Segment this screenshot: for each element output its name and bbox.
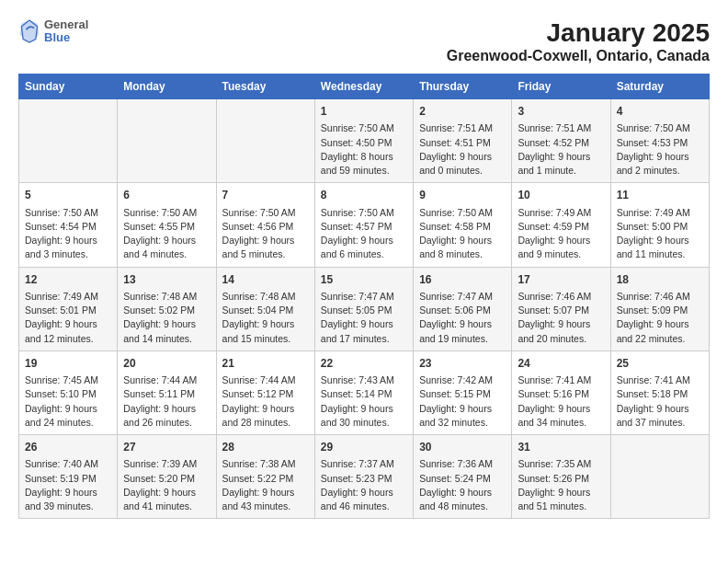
weekday-header-friday: Friday [512, 75, 610, 99]
day-number: 26 [25, 440, 111, 455]
calendar-cell: 13Sunrise: 7:48 AM Sunset: 5:02 PM Dayli… [118, 267, 216, 350]
day-number: 28 [222, 440, 309, 455]
day-number: 10 [518, 188, 604, 203]
day-number: 3 [518, 104, 604, 120]
calendar-cell: 23Sunrise: 7:42 AM Sunset: 5:15 PM Dayli… [414, 350, 512, 434]
day-number: 11 [617, 188, 703, 203]
calendar-cell: 21Sunrise: 7:44 AM Sunset: 5:12 PM Dayli… [216, 350, 314, 434]
day-number: 29 [321, 440, 407, 455]
day-number: 22 [321, 356, 407, 372]
calendar-week-row: 19Sunrise: 7:45 AM Sunset: 5:10 PM Dayli… [19, 350, 710, 434]
calendar-cell: 30Sunrise: 7:36 AM Sunset: 5:24 PM Dayli… [414, 435, 512, 519]
day-info: Sunrise: 7:50 AM Sunset: 4:53 PM Dayligh… [617, 121, 703, 178]
calendar-cell: 26Sunrise: 7:40 AM Sunset: 5:19 PM Dayli… [19, 435, 118, 519]
calendar-cell: 18Sunrise: 7:46 AM Sunset: 5:09 PM Dayli… [610, 267, 709, 350]
calendar-cell: 12Sunrise: 7:49 AM Sunset: 5:01 PM Dayli… [19, 267, 118, 350]
calendar-cell: 3Sunrise: 7:51 AM Sunset: 4:52 PM Daylig… [512, 99, 610, 183]
calendar-cell: 7Sunrise: 7:50 AM Sunset: 4:56 PM Daylig… [216, 183, 314, 267]
day-info: Sunrise: 7:41 AM Sunset: 5:16 PM Dayligh… [518, 373, 604, 430]
calendar-cell: 29Sunrise: 7:37 AM Sunset: 5:23 PM Dayli… [314, 435, 413, 519]
calendar-cell: 31Sunrise: 7:35 AM Sunset: 5:26 PM Dayli… [512, 435, 610, 519]
calendar-cell: 15Sunrise: 7:47 AM Sunset: 5:05 PM Dayli… [314, 267, 413, 350]
calendar-cell [216, 99, 314, 183]
calendar-cell: 20Sunrise: 7:44 AM Sunset: 5:11 PM Dayli… [118, 350, 216, 434]
calendar-week-row: 26Sunrise: 7:40 AM Sunset: 5:19 PM Dayli… [19, 435, 710, 519]
day-info: Sunrise: 7:42 AM Sunset: 5:15 PM Dayligh… [419, 373, 506, 430]
day-info: Sunrise: 7:47 AM Sunset: 5:05 PM Dayligh… [321, 290, 407, 346]
day-info: Sunrise: 7:39 AM Sunset: 5:20 PM Dayligh… [123, 457, 210, 513]
day-number: 18 [617, 272, 703, 288]
calendar-cell: 25Sunrise: 7:41 AM Sunset: 5:18 PM Dayli… [610, 350, 709, 434]
day-info: Sunrise: 7:38 AM Sunset: 5:22 PM Dayligh… [222, 457, 309, 513]
day-info: Sunrise: 7:48 AM Sunset: 5:02 PM Dayligh… [123, 290, 210, 346]
day-info: Sunrise: 7:36 AM Sunset: 5:24 PM Dayligh… [419, 457, 506, 513]
day-number: 24 [518, 356, 604, 372]
calendar-cell: 1Sunrise: 7:50 AM Sunset: 4:50 PM Daylig… [314, 99, 413, 183]
calendar-cell: 19Sunrise: 7:45 AM Sunset: 5:10 PM Dayli… [19, 350, 118, 434]
weekday-header-wednesday: Wednesday [314, 75, 413, 99]
calendar-cell: 10Sunrise: 7:49 AM Sunset: 4:59 PM Dayli… [512, 183, 610, 267]
calendar-cell: 8Sunrise: 7:50 AM Sunset: 4:57 PM Daylig… [314, 183, 413, 267]
day-info: Sunrise: 7:46 AM Sunset: 5:07 PM Dayligh… [518, 290, 604, 346]
day-number: 17 [518, 272, 604, 288]
weekday-header-tuesday: Tuesday [216, 75, 314, 99]
day-info: Sunrise: 7:35 AM Sunset: 5:26 PM Dayligh… [518, 457, 604, 513]
day-info: Sunrise: 7:49 AM Sunset: 5:00 PM Dayligh… [617, 206, 703, 262]
day-info: Sunrise: 7:40 AM Sunset: 5:19 PM Dayligh… [25, 457, 111, 513]
calendar-cell: 2Sunrise: 7:51 AM Sunset: 4:51 PM Daylig… [414, 99, 512, 183]
day-info: Sunrise: 7:50 AM Sunset: 4:55 PM Dayligh… [123, 206, 210, 262]
day-info: Sunrise: 7:50 AM Sunset: 4:58 PM Dayligh… [419, 206, 506, 262]
day-number: 30 [419, 440, 506, 455]
calendar-subtitle: Greenwood-Coxwell, Ontario, Canada [447, 48, 710, 64]
day-number: 5 [25, 188, 111, 203]
calendar-title: January 2025 [447, 18, 710, 48]
weekday-header-thursday: Thursday [414, 75, 512, 99]
calendar-cell: 14Sunrise: 7:48 AM Sunset: 5:04 PM Dayli… [216, 267, 314, 350]
calendar-week-row: 12Sunrise: 7:49 AM Sunset: 5:01 PM Dayli… [19, 267, 710, 350]
calendar-cell: 5Sunrise: 7:50 AM Sunset: 4:54 PM Daylig… [19, 183, 118, 267]
day-number: 12 [25, 272, 111, 288]
day-number: 15 [321, 272, 407, 288]
calendar-cell [118, 99, 216, 183]
day-number: 21 [222, 356, 309, 372]
calendar-week-row: 5Sunrise: 7:50 AM Sunset: 4:54 PM Daylig… [19, 183, 710, 267]
calendar-cell: 17Sunrise: 7:46 AM Sunset: 5:07 PM Dayli… [512, 267, 610, 350]
day-info: Sunrise: 7:37 AM Sunset: 5:23 PM Dayligh… [321, 457, 407, 513]
day-number: 31 [518, 440, 604, 455]
day-info: Sunrise: 7:49 AM Sunset: 5:01 PM Dayligh… [25, 290, 111, 346]
day-info: Sunrise: 7:50 AM Sunset: 4:56 PM Dayligh… [222, 206, 309, 262]
day-number: 8 [321, 188, 407, 203]
weekday-header-sunday: Sunday [19, 75, 118, 99]
day-number: 20 [123, 356, 210, 372]
day-number: 7 [222, 188, 309, 203]
weekday-header-row: SundayMondayTuesdayWednesdayThursdayFrid… [19, 75, 710, 99]
day-info: Sunrise: 7:47 AM Sunset: 5:06 PM Dayligh… [419, 290, 506, 346]
weekday-header-monday: Monday [118, 75, 216, 99]
day-number: 19 [25, 356, 111, 372]
calendar-table: SundayMondayTuesdayWednesdayThursdayFrid… [18, 74, 710, 519]
calendar-cell [19, 99, 118, 183]
logo-text: General Blue [44, 18, 88, 45]
day-number: 9 [419, 188, 506, 203]
logo: General Blue [18, 18, 88, 45]
day-info: Sunrise: 7:44 AM Sunset: 5:12 PM Dayligh… [222, 373, 309, 430]
page-header: General Blue January 2025 Greenwood-Coxw… [18, 18, 710, 64]
day-number: 13 [123, 272, 210, 288]
day-number: 27 [123, 440, 210, 455]
day-info: Sunrise: 7:41 AM Sunset: 5:18 PM Dayligh… [617, 373, 703, 430]
day-number: 23 [419, 356, 506, 372]
title-block: January 2025 Greenwood-Coxwell, Ontario,… [447, 18, 710, 64]
day-number: 16 [419, 272, 506, 288]
day-number: 2 [419, 104, 506, 120]
day-info: Sunrise: 7:46 AM Sunset: 5:09 PM Dayligh… [617, 290, 703, 346]
day-info: Sunrise: 7:51 AM Sunset: 4:51 PM Dayligh… [419, 121, 506, 178]
calendar-cell: 27Sunrise: 7:39 AM Sunset: 5:20 PM Dayli… [118, 435, 216, 519]
calendar-cell: 11Sunrise: 7:49 AM Sunset: 5:00 PM Dayli… [610, 183, 709, 267]
day-number: 14 [222, 272, 309, 288]
day-info: Sunrise: 7:50 AM Sunset: 4:57 PM Dayligh… [321, 206, 407, 262]
day-info: Sunrise: 7:48 AM Sunset: 5:04 PM Dayligh… [222, 290, 309, 346]
calendar-cell: 6Sunrise: 7:50 AM Sunset: 4:55 PM Daylig… [118, 183, 216, 267]
calendar-cell: 4Sunrise: 7:50 AM Sunset: 4:53 PM Daylig… [610, 99, 709, 183]
logo-icon [18, 18, 40, 44]
day-info: Sunrise: 7:45 AM Sunset: 5:10 PM Dayligh… [25, 373, 111, 430]
